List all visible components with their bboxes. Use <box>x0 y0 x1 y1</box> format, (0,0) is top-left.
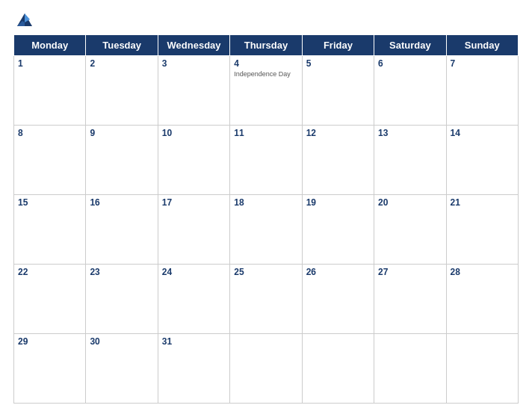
day-number: 7 <box>451 58 514 69</box>
day-number: 15 <box>18 197 81 208</box>
day-number: 3 <box>162 58 226 69</box>
calendar-cell: 16 <box>86 195 158 265</box>
day-number: 4 <box>234 58 297 69</box>
day-number: 17 <box>162 197 226 208</box>
day-number: 9 <box>90 128 153 138</box>
calendar-cell: 17 <box>158 195 229 265</box>
calendar-cell: 22 <box>14 265 86 334</box>
calendar-cell: 3 <box>158 56 229 126</box>
calendar-cell: 1 <box>14 56 86 126</box>
day-number: 8 <box>18 128 81 138</box>
calendar-cell: 10 <box>158 126 229 195</box>
day-number: 26 <box>306 267 370 277</box>
calendar-cell: 25 <box>230 265 302 334</box>
week-row-1: 1234Independence Day567 <box>14 56 519 126</box>
calendar-body: 1234Independence Day56789101112131415161… <box>14 56 519 404</box>
calendar-cell: 12 <box>302 126 374 195</box>
calendar-cell: 30 <box>86 334 158 404</box>
day-number: 11 <box>234 128 297 138</box>
calendar-cell: 8 <box>14 126 86 195</box>
week-row-4: 22232425262728 <box>14 265 519 334</box>
week-row-5: 293031 <box>14 334 519 404</box>
day-number: 31 <box>162 336 226 347</box>
calendar-cell <box>230 334 302 404</box>
day-number: 21 <box>451 197 514 208</box>
day-number: 29 <box>18 336 81 347</box>
day-number: 1 <box>18 58 81 69</box>
day-number: 24 <box>162 267 226 277</box>
calendar-cell <box>446 334 518 404</box>
days-of-week-row: MondayTuesdayWednesdayThursdayFridaySatu… <box>14 35 519 56</box>
day-number: 27 <box>378 267 442 277</box>
day-number: 25 <box>234 267 297 277</box>
calendar-cell: 20 <box>374 195 446 265</box>
week-row-3: 15161718192021 <box>14 195 519 265</box>
calendar-cell: 24 <box>158 265 229 334</box>
calendar-cell: 9 <box>86 126 158 195</box>
calendar-cell: 29 <box>14 334 86 404</box>
dow-header-monday: Monday <box>14 35 86 56</box>
calendar-cell: 4Independence Day <box>230 56 302 126</box>
dow-header-thursday: Thursday <box>230 35 302 56</box>
logo-icon <box>13 7 36 30</box>
calendar-header <box>13 7 519 30</box>
calendar-cell: 28 <box>446 265 518 334</box>
day-number: 6 <box>378 58 442 69</box>
dow-header-wednesday: Wednesday <box>158 35 229 56</box>
dow-header-friday: Friday <box>302 35 374 56</box>
calendar-cell: 14 <box>446 126 518 195</box>
dow-header-sunday: Sunday <box>446 35 518 56</box>
day-number: 20 <box>378 197 442 208</box>
day-number: 30 <box>90 336 153 347</box>
day-number: 12 <box>306 128 370 138</box>
calendar-cell: 31 <box>158 334 229 404</box>
dow-header-tuesday: Tuesday <box>86 35 158 56</box>
calendar-cell <box>302 334 374 404</box>
calendar-header-row: MondayTuesdayWednesdayThursdayFridaySatu… <box>14 35 519 56</box>
day-number: 5 <box>306 58 370 69</box>
day-number: 16 <box>90 197 153 208</box>
calendar-cell: 5 <box>302 56 374 126</box>
calendar-cell <box>374 334 446 404</box>
calendar-table: MondayTuesdayWednesdayThursdayFridaySatu… <box>13 34 519 404</box>
calendar-cell: 21 <box>446 195 518 265</box>
calendar-cell: 11 <box>230 126 302 195</box>
calendar-cell: 7 <box>446 56 518 126</box>
dow-header-saturday: Saturday <box>374 35 446 56</box>
day-number: 18 <box>234 197 297 208</box>
calendar-cell: 6 <box>374 56 446 126</box>
calendar-cell: 26 <box>302 265 374 334</box>
day-number: 2 <box>90 58 153 69</box>
calendar-cell: 27 <box>374 265 446 334</box>
calendar-cell: 2 <box>86 56 158 126</box>
calendar-cell: 18 <box>230 195 302 265</box>
logo-area <box>13 7 39 30</box>
day-number: 10 <box>162 128 226 138</box>
holiday-label: Independence Day <box>234 70 297 78</box>
calendar-wrapper: MondayTuesdayWednesdayThursdayFridaySatu… <box>0 0 532 411</box>
week-row-2: 891011121314 <box>14 126 519 195</box>
calendar-cell: 15 <box>14 195 86 265</box>
day-number: 28 <box>451 267 514 277</box>
day-number: 14 <box>451 128 514 138</box>
calendar-cell: 19 <box>302 195 374 265</box>
day-number: 19 <box>306 197 370 208</box>
day-number: 13 <box>378 128 442 138</box>
day-number: 22 <box>18 267 81 277</box>
day-number: 23 <box>90 267 153 277</box>
calendar-cell: 23 <box>86 265 158 334</box>
calendar-cell: 13 <box>374 126 446 195</box>
